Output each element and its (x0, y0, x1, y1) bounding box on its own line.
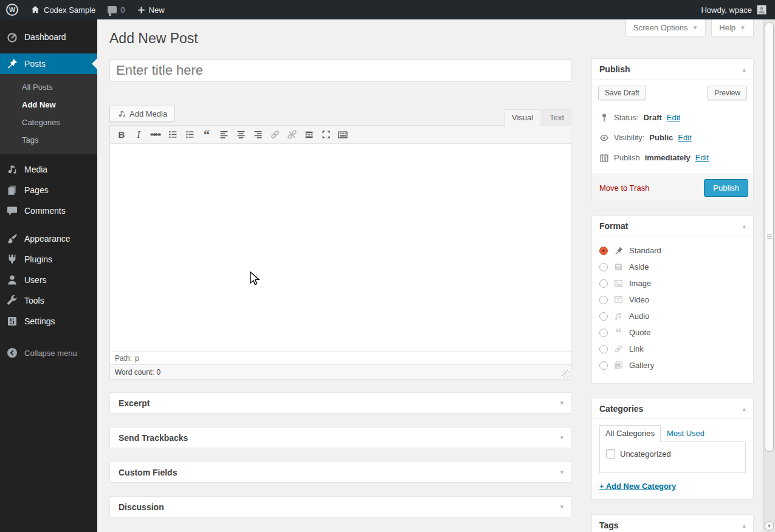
sidebar-item-categories[interactable]: Categories (0, 114, 97, 131)
screen-options-button[interactable]: Screen Options ▼ (625, 19, 706, 37)
fullscreen-button[interactable] (318, 128, 334, 142)
preview-button[interactable]: Preview (708, 86, 747, 100)
format-option-audio[interactable]: Audio (599, 308, 746, 324)
category-item-uncategorized[interactable]: Uncategorized (606, 449, 739, 459)
tags-box: Tags ▴ (591, 514, 754, 532)
editor-resize-handle[interactable] (562, 370, 570, 378)
site-name-menu[interactable]: Codex Sample (24, 0, 102, 19)
format-option-video[interactable]: Video (599, 292, 746, 308)
tab-visual[interactable]: Visual (505, 109, 540, 126)
align-left-button[interactable] (216, 128, 232, 142)
tab-most-used[interactable]: Most Used (661, 426, 711, 442)
format-box-header[interactable]: Format ▴ (592, 216, 753, 236)
sidebar-item-tools[interactable]: Tools (0, 290, 97, 311)
kitchen-sink-button[interactable] (335, 128, 351, 142)
vertical-scrollbar[interactable]: ▲ ▼ (763, 19, 775, 532)
bullet-list-button[interactable] (165, 128, 181, 142)
collapse-menu-button[interactable]: Collapse menu (0, 343, 97, 363)
radio-selected[interactable] (599, 247, 608, 255)
italic-button[interactable]: I (131, 128, 146, 142)
wp-logo-menu[interactable]: W (0, 0, 24, 19)
format-option-image[interactable]: Image (599, 275, 746, 292)
collapse-toggle-icon[interactable]: ▴ (742, 222, 746, 230)
collapse-toggle-icon[interactable]: ▴ (742, 522, 746, 530)
strikethrough-button[interactable]: ABC (148, 128, 164, 142)
scroll-down-arrow-icon[interactable]: ▼ (765, 521, 774, 531)
sidebar-item-label: Plugins (24, 254, 52, 264)
sidebar-item-plugins[interactable]: Plugins (0, 249, 97, 270)
site-name: Codex Sample (44, 5, 95, 15)
comments-menu[interactable]: 0 (102, 0, 131, 19)
tools-icon (6, 295, 18, 307)
publish-box-header[interactable]: Publish ▴ (592, 59, 753, 80)
save-draft-button[interactable]: Save Draft (598, 86, 646, 100)
radio[interactable] (599, 312, 608, 321)
link-button[interactable] (267, 128, 283, 142)
categories-box-header[interactable]: Categories ▴ (592, 398, 753, 419)
custom-fields-panel[interactable]: Custom Fields ▾ (109, 462, 571, 483)
new-content-menu[interactable]: New (131, 0, 171, 19)
align-center-button[interactable] (233, 128, 249, 142)
add-media-button[interactable]: Add Media (109, 106, 175, 122)
radio[interactable] (599, 329, 608, 337)
format-option-gallery[interactable]: Gallery (599, 357, 746, 373)
editor-content-area[interactable] (110, 144, 571, 351)
chevron-down-icon: ▼ (740, 24, 746, 31)
sidebar-item-add-new[interactable]: Add New (0, 96, 97, 114)
status-label: Status: (614, 113, 638, 122)
collapse-toggle-icon[interactable]: ▴ (742, 66, 746, 73)
blockquote-button[interactable]: “ (199, 128, 215, 142)
edit-visibility-link[interactable]: Edit (678, 133, 691, 142)
sidebar-item-comments[interactable]: Comments (0, 200, 97, 221)
radio[interactable] (599, 345, 608, 353)
unlink-button[interactable] (284, 128, 300, 142)
add-new-category-link[interactable]: + Add New Category (599, 482, 676, 491)
help-button[interactable]: Help ▼ (711, 19, 754, 37)
sidebar-item-all-posts[interactable]: All Posts (0, 78, 97, 96)
tags-box-header[interactable]: Tags ▴ (592, 515, 753, 532)
format-option-aside[interactable]: Aside (599, 259, 746, 275)
tab-all-categories[interactable]: All Categories (599, 425, 661, 442)
category-label: Uncategorized (620, 449, 671, 459)
expand-toggle-icon[interactable]: ▾ (560, 399, 563, 407)
sidebar-item-tags[interactable]: Tags (0, 131, 97, 149)
radio[interactable] (599, 279, 608, 288)
sidebar-item-media[interactable]: Media (0, 159, 97, 180)
expand-toggle-icon[interactable]: ▾ (560, 468, 563, 476)
scrollbar-thumb[interactable] (765, 22, 774, 452)
expand-toggle-icon[interactable]: ▾ (560, 503, 563, 511)
tab-text[interactable]: Text (542, 109, 571, 126)
greeting-text: Howdy, wpace (701, 5, 752, 15)
format-option-quote[interactable]: “ Quote (599, 324, 746, 341)
bold-button[interactable]: B (114, 128, 129, 142)
sidebar-item-posts[interactable]: Posts (0, 53, 97, 74)
format-label: Link (629, 344, 644, 353)
align-right-button[interactable] (250, 128, 266, 142)
sidebar-item-appearance[interactable]: Appearance (0, 228, 97, 249)
sidebar-item-pages[interactable]: Pages (0, 180, 97, 200)
radio[interactable] (599, 361, 608, 370)
edit-status-link[interactable]: Edit (667, 113, 680, 122)
radio[interactable] (599, 263, 608, 271)
edit-schedule-link[interactable]: Edit (695, 153, 709, 162)
account-menu[interactable]: Howdy, wpace (701, 5, 775, 15)
more-tag-button[interactable] (301, 128, 317, 142)
expand-toggle-icon[interactable]: ▾ (560, 434, 563, 442)
post-title-input[interactable] (109, 59, 571, 82)
sidebar-item-settings[interactable]: Settings (0, 311, 97, 332)
video-icon (613, 295, 624, 305)
format-option-standard[interactable]: Standard (599, 242, 746, 259)
numbered-list-button[interactable] (182, 128, 198, 142)
discussion-panel[interactable]: Discussion ▾ (109, 496, 571, 517)
sidebar-item-users[interactable]: Users (0, 270, 97, 290)
radio[interactable] (599, 296, 608, 304)
sidebar-item-dashboard[interactable]: Dashboard (0, 27, 97, 47)
publish-button[interactable]: Publish (704, 179, 748, 197)
page-title: Add New Post (109, 30, 198, 47)
collapse-toggle-icon[interactable]: ▴ (742, 405, 746, 413)
format-option-link[interactable]: Link (599, 341, 746, 357)
move-to-trash-link[interactable]: Move to Trash (599, 183, 649, 193)
category-checkbox[interactable] (606, 449, 615, 459)
excerpt-panel[interactable]: Excerpt ▾ (109, 392, 571, 414)
send-trackbacks-panel[interactable]: Send Trackbacks ▾ (109, 427, 571, 448)
